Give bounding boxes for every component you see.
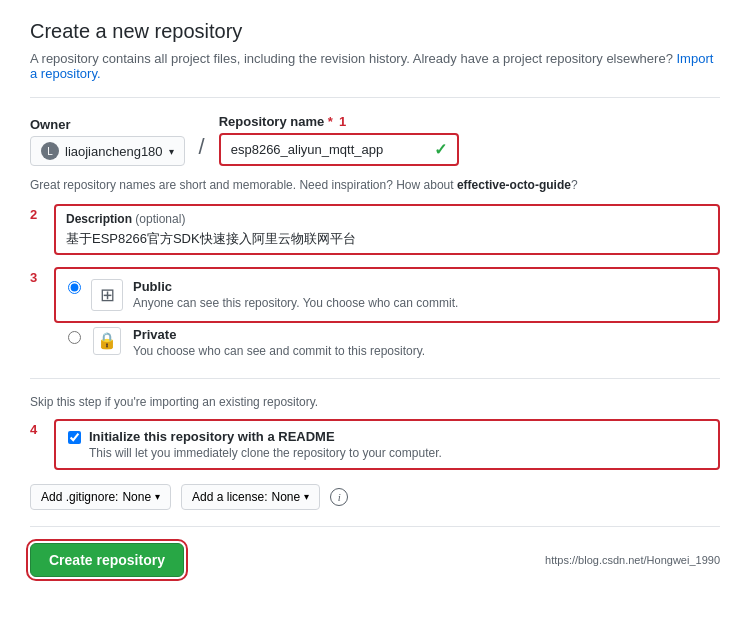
owner-label: Owner	[30, 117, 185, 132]
initialize-box: Initialize this repository with a README…	[54, 419, 720, 470]
step-number-3: 3	[30, 267, 44, 285]
divider-bottom	[30, 526, 720, 527]
slash-separator: /	[195, 134, 209, 166]
step-number-4: 4	[30, 419, 44, 437]
section-divider-2	[30, 378, 720, 379]
private-content: Private You choose who can see and commi…	[133, 327, 425, 358]
initialize-checkbox[interactable]	[68, 431, 81, 444]
owner-repo-row: Owner L liaojiancheng180 ▾ / Repository …	[30, 114, 720, 166]
step-number-1: 1	[339, 114, 346, 129]
repo-name-checkmark: ✓	[434, 140, 447, 159]
public-option: ⊞ Public Anyone can see this repository.…	[54, 267, 720, 323]
initialize-label: Initialize this repository with a README	[89, 429, 442, 444]
gitignore-caret: ▾	[155, 491, 160, 502]
gitignore-dropdown[interactable]: Add .gitignore: None ▾	[30, 484, 171, 510]
step-number-2: 2	[30, 204, 44, 222]
owner-caret: ▾	[169, 146, 174, 157]
owner-field: Owner L liaojiancheng180 ▾	[30, 117, 185, 166]
private-option: 🔒 Private You choose who can see and com…	[68, 323, 720, 362]
gitignore-label: Add .gitignore:	[41, 490, 118, 504]
license-dropdown[interactable]: Add a license: None ▾	[181, 484, 320, 510]
info-icon[interactable]: i	[330, 488, 348, 506]
license-value: None	[271, 490, 300, 504]
owner-avatar: L	[41, 142, 59, 160]
skip-text: Skip this step if you're importing an ex…	[30, 395, 720, 409]
license-label: Add a license:	[192, 490, 267, 504]
private-radio[interactable]	[68, 331, 81, 344]
public-content: Public Anyone can see this repository. Y…	[133, 279, 458, 310]
private-icon: 🔒	[93, 327, 121, 355]
repo-name-input[interactable]	[231, 142, 431, 157]
extra-options-row: Add .gitignore: None ▾ Add a license: No…	[30, 484, 720, 510]
repo-name-box: ✓	[219, 133, 459, 166]
owner-username: liaojiancheng180	[65, 144, 163, 159]
suggestion-link[interactable]: effective-octo-guide	[457, 178, 571, 192]
description-section: 2 Description (optional)	[30, 204, 720, 255]
public-radio[interactable]	[68, 281, 81, 294]
public-icon: ⊞	[91, 279, 123, 311]
hint-text: Great repository names are short and mem…	[30, 178, 720, 192]
initialize-desc: This will let you immediately clone the …	[89, 446, 442, 460]
divider-top	[30, 97, 720, 98]
initialize-section: 4 Initialize this repository with a READ…	[30, 419, 720, 470]
repo-name-label: Repository name *	[219, 114, 333, 129]
footer-row: Create repository https://blog.csdn.net/…	[30, 543, 720, 577]
initialize-content: Initialize this repository with a README…	[89, 429, 442, 460]
repo-name-field: Repository name * 1 ✓	[219, 114, 459, 166]
license-caret: ▾	[304, 491, 309, 502]
private-label: Private	[133, 327, 425, 342]
visibility-section: 3 ⊞ Public Anyone can see this repositor…	[30, 267, 720, 362]
public-label: Public	[133, 279, 458, 294]
private-desc: You choose who can see and commit to thi…	[133, 344, 425, 358]
page-subtitle: A repository contains all project files,…	[30, 51, 720, 81]
create-repository-button[interactable]: Create repository	[30, 543, 184, 577]
description-box: Description (optional)	[54, 204, 720, 255]
page-title: Create a new repository	[30, 20, 720, 43]
public-desc: Anyone can see this repository. You choo…	[133, 296, 458, 310]
owner-select[interactable]: L liaojiancheng180 ▾	[30, 136, 185, 166]
gitignore-value: None	[122, 490, 151, 504]
footer-link: https://blog.csdn.net/Hongwei_1990	[545, 554, 720, 566]
description-label: Description (optional)	[66, 212, 708, 226]
description-input[interactable]	[66, 232, 708, 247]
